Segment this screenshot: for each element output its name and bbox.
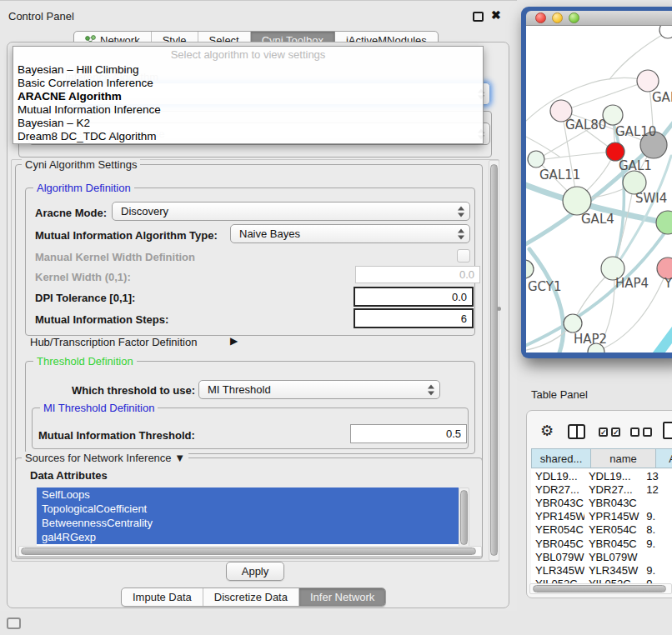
attribute-item-topologicalcoefficient[interactable]: TopologicalCoefficient <box>37 502 459 516</box>
network-node[interactable] <box>564 314 582 332</box>
tab-infer-network[interactable]: Infer Network <box>299 588 385 606</box>
algorithm-option-bayesian-k2[interactable]: Bayesian – K2 <box>13 117 483 130</box>
cell-name: YDR27... <box>584 483 642 496</box>
network-node[interactable] <box>637 70 659 92</box>
algorithm-option-aracne-algorithm[interactable]: ARACNE Algorithm <box>13 90 483 103</box>
node-label: GAL <box>652 90 672 105</box>
kernel-width-field[interactable]: 0.0 <box>355 266 480 283</box>
network-node[interactable] <box>528 151 544 168</box>
cell-shared-name: YER054C <box>531 523 584 536</box>
close-button[interactable] <box>535 12 546 23</box>
network-window-titlebar[interactable] <box>526 11 672 26</box>
apply-button[interactable]: Apply <box>226 562 284 581</box>
float-window-icon[interactable] <box>473 12 484 22</box>
minimize-button[interactable] <box>552 12 563 23</box>
column-header-shared-[interactable]: shared... <box>531 448 591 468</box>
table-row[interactable]: YBR045CYBR045C9. <box>531 537 672 550</box>
node-label: GAL10 <box>615 124 656 139</box>
network-edge[interactable] <box>609 32 668 79</box>
aracne-mode-combobox[interactable]: Discovery <box>112 202 470 221</box>
algorithm-option-list: Bayesian – Hill ClimbingBasic Correlatio… <box>13 63 483 143</box>
stepper-icon <box>458 228 464 239</box>
table-row[interactable]: YPR145WYPR145W9. <box>531 510 672 523</box>
attributes-vertical-scrollbar-thumb[interactable] <box>460 490 468 545</box>
minimized-panel-icon[interactable] <box>7 618 21 629</box>
table-row[interactable]: YBR043CYBR043C <box>531 496 672 509</box>
column-header-a[interactable]: A <box>656 448 672 468</box>
node-label: GAL1 <box>619 158 652 173</box>
network-view-window: GALGAL80GAL10GAL1GAL11SWI4GAL4GCY1HAP4YH… <box>521 7 672 358</box>
tab-impute-data[interactable]: Impute Data <box>122 588 203 606</box>
close-window-icon[interactable]: ✖ <box>491 8 501 22</box>
settings-vertical-scrollbar[interactable] <box>489 160 499 561</box>
which-threshold-combobox[interactable]: MI Threshold <box>198 380 440 399</box>
network-node[interactable] <box>526 260 534 278</box>
column-header-name[interactable]: name <box>591 448 656 468</box>
cell-value: 12 <box>642 483 672 496</box>
attribute-item-selfloops[interactable]: SelfLoops <box>37 488 459 502</box>
table-row[interactable]: YER054CYER054C8. <box>531 523 672 537</box>
new-table-icon[interactable] <box>663 422 672 439</box>
cell-shared-name: YBR043C <box>531 497 584 509</box>
network-edge[interactable] <box>563 81 648 111</box>
attribute-item-betweennesscentrality[interactable]: BetweennessCentrality <box>37 516 459 530</box>
algorithm-option-bayesian-hill-climbing[interactable]: Bayesian – Hill Climbing <box>13 63 483 77</box>
checked-box-icon: ✓ <box>611 428 620 437</box>
column-layout-icon[interactable] <box>568 424 585 439</box>
table-horizontal-scrollbar[interactable] <box>529 583 672 594</box>
data-attributes-list: SelfLoopsTopologicalCoefficientBetweenne… <box>37 488 459 548</box>
settings-vertical-scrollbar-thumb[interactable] <box>490 164 498 556</box>
cell-name: YDL19... <box>584 470 642 482</box>
node-label: SWI4 <box>635 191 667 206</box>
panel-divider-handle[interactable] <box>497 307 501 311</box>
tab-discretize-data[interactable]: Discretize Data <box>203 588 299 606</box>
cell-name: YER054C <box>584 523 642 536</box>
table-settings-gear-icon[interactable]: ⚙ <box>540 422 554 440</box>
table-row[interactable]: YBL079WYBL079W <box>531 550 672 563</box>
algorithm-definition-title: Algorithm Definition <box>33 182 134 194</box>
select-all-columns-icon[interactable]: ✓✓ <box>599 428 620 437</box>
table-horizontal-scrollbar-thumb[interactable] <box>533 585 666 592</box>
network-canvas[interactable]: GALGAL80GAL10GAL1GAL11SWI4GAL4GCY1HAP4YH… <box>526 26 672 352</box>
network-node[interactable] <box>656 211 672 234</box>
sources-horizontal-scrollbar-thumb[interactable] <box>21 548 476 555</box>
which-threshold-label: Which threshold to use: <box>72 384 195 397</box>
attribute-item-gal4rgexp[interactable]: gal4RGexp <box>37 530 459 544</box>
cell-shared-name: YDR27... <box>531 483 584 496</box>
algorithm-option-mutual-information-inference[interactable]: Mutual Information Inference <box>13 103 483 117</box>
network-edge[interactable] <box>612 119 624 269</box>
mi-type-label: Mutual Information Algorithm Type: <box>35 229 218 242</box>
cell-shared-name: YPR145W <box>531 510 584 522</box>
sources-horizontal-scrollbar[interactable] <box>18 546 482 557</box>
unchecked-box-icon <box>643 428 652 437</box>
cell-value: 9. <box>642 538 672 550</box>
table-row[interactable]: YDR27...YDR27...12 <box>531 482 672 496</box>
algorithm-option-dream8-dc-tdc-algorithm[interactable]: Dream8 DC_TDC Algorithm <box>13 130 483 143</box>
mi-threshold-field[interactable]: 0.5 <box>350 424 467 443</box>
collapse-arrow-icon[interactable]: ▼ <box>174 452 185 464</box>
algorithm-option-basic-correlation-inference[interactable]: Basic Correlation Inference <box>13 77 483 90</box>
table-panel-title: Table Panel <box>531 388 588 401</box>
attributes-vertical-scrollbar[interactable] <box>459 488 469 548</box>
mi-type-combobox[interactable]: Naive Bayes <box>230 224 470 243</box>
table-row[interactable]: YDL19...YDL19...13 <box>531 469 672 482</box>
cyni-settings-title: Cyni Algorithm Settings <box>22 158 140 171</box>
cell-value: 13 <box>642 470 672 482</box>
checked-box-icon: ✓ <box>599 428 608 437</box>
deselect-all-columns-icon[interactable] <box>630 428 652 437</box>
stepper-icon <box>428 384 434 395</box>
table-row[interactable]: YLR345WYLR345W9. <box>531 563 672 577</box>
network-node[interactable] <box>659 26 672 38</box>
network-node[interactable] <box>563 187 591 215</box>
cyni-mode-tab-bar: Impute DataDiscretize DataInfer Network <box>121 588 386 607</box>
mi-steps-field[interactable]: 6 <box>354 308 474 328</box>
network-edge[interactable] <box>648 316 672 352</box>
zoom-button[interactable] <box>569 12 579 23</box>
tab-label: Impute Data <box>133 591 192 603</box>
manual-kernel-checkbox[interactable] <box>457 249 470 262</box>
expand-arrow-icon[interactable]: ▶ <box>230 335 238 347</box>
dpi-tolerance-field[interactable]: 0.0 <box>354 287 474 307</box>
cell-value: 9. <box>642 564 672 577</box>
aracne-mode-label: Aracne Mode: <box>35 207 107 219</box>
kernel-width-value: 0.0 <box>459 268 474 281</box>
